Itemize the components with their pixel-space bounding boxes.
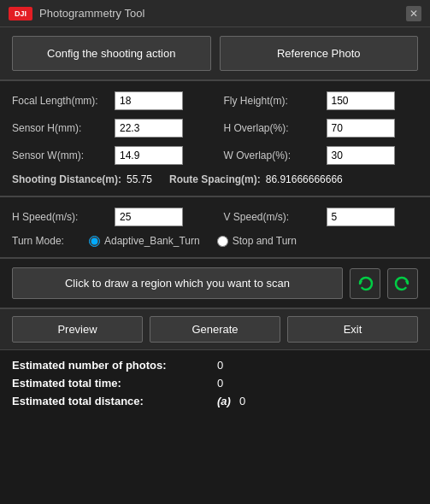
estimates-section: Estimated number of photos: 0 Estimated … xyxy=(0,350,430,416)
exit-button[interactable]: Exit xyxy=(287,316,418,343)
fly-height-group: Fly Height(m): xyxy=(224,91,419,110)
preview-button[interactable]: Preview xyxy=(12,316,143,343)
scan-region-section: Click to draw a region which you want to… xyxy=(0,259,430,309)
radio-group: Adaptive_Bank_Turn Stop and Turn xyxy=(89,235,297,247)
sensor-w-group: Sensor W(mm): xyxy=(12,146,207,165)
config-shooting-button[interactable]: Config the shooting action xyxy=(12,36,211,71)
v-speed-label: V Speed(m/s): xyxy=(224,211,327,223)
w-overlap-group: W Overlap(%): xyxy=(224,146,419,165)
estimated-time-row: Estimated total time: 0 xyxy=(12,377,418,390)
route-spacing-label: Route Spacing(m): xyxy=(169,173,261,185)
stop-and-turn-radio-label: Stop and Turn xyxy=(233,235,297,247)
redo-icon xyxy=(393,274,412,293)
shooting-distance-value: 55.75 xyxy=(127,173,152,185)
focal-fly-row: Focal Length(mm): Fly Height(m): xyxy=(12,91,418,110)
shooting-distance-label: Shooting Distance(m): xyxy=(12,173,121,185)
sensor-w-row: Sensor W(mm): W Overlap(%): xyxy=(12,146,418,165)
route-spacing-item: Route Spacing(m): 86.91666666666 xyxy=(169,173,343,185)
w-overlap-input[interactable] xyxy=(327,146,395,165)
undo-button[interactable] xyxy=(350,268,380,299)
h-speed-label: H Speed(m/s): xyxy=(12,211,115,223)
window-title: Photogrammetry Tool xyxy=(39,7,144,20)
v-speed-group: V Speed(m/s): xyxy=(224,208,419,226)
undo-icon xyxy=(356,274,374,293)
sensor-w-input[interactable] xyxy=(115,146,183,165)
fly-height-input[interactable] xyxy=(327,91,395,110)
route-spacing-value: 86.91666666666 xyxy=(266,173,343,185)
estimated-photos-value: 0 xyxy=(217,359,223,372)
action-buttons-section: Preview Generate Exit xyxy=(0,309,430,350)
title-bar-left: DJI Photogrammetry Tool xyxy=(9,7,144,21)
italic-a-label: (a) xyxy=(217,395,231,407)
generate-button[interactable]: Generate xyxy=(150,316,280,343)
estimated-time-value: 0 xyxy=(217,377,223,390)
turn-mode-row: Turn Mode: Adaptive_Bank_Turn Stop and T… xyxy=(12,235,418,247)
adaptive-bank-turn-radio-label: Adaptive_Bank_Turn xyxy=(104,235,200,247)
stats-row: Shooting Distance(m): 55.75 Route Spacin… xyxy=(12,173,418,185)
sensor-w-label: Sensor W(mm): xyxy=(12,149,115,161)
reference-photo-button[interactable]: Reference Photo xyxy=(220,36,419,71)
stop-and-turn-option[interactable]: Stop and Turn xyxy=(217,235,297,247)
h-overlap-group: H Overlap(%): xyxy=(224,119,419,138)
sensor-h-group: Sensor H(mm): xyxy=(12,119,207,138)
estimated-distance-label: Estimated total distance: xyxy=(12,395,217,407)
sensor-h-label: Sensor H(mm): xyxy=(12,122,115,134)
title-bar: DJI Photogrammetry Tool ✕ xyxy=(0,0,430,27)
adaptive-bank-turn-radio[interactable] xyxy=(89,236,100,247)
v-speed-input[interactable] xyxy=(327,208,395,226)
turn-mode-label: Turn Mode: xyxy=(12,235,89,247)
estimated-photos-row: Estimated number of photos: 0 xyxy=(12,359,418,372)
redo-button[interactable] xyxy=(387,268,418,299)
h-overlap-input[interactable] xyxy=(327,119,395,138)
speed-row: H Speed(m/s): V Speed(m/s): xyxy=(12,208,418,226)
estimated-distance-value: 0 xyxy=(239,395,245,407)
focal-length-input[interactable] xyxy=(115,91,183,110)
estimated-photos-label: Estimated number of photos: xyxy=(12,359,217,372)
top-buttons-section: Config the shooting action Reference Pho… xyxy=(0,27,430,81)
w-overlap-label: W Overlap(%): xyxy=(224,149,327,161)
shooting-distance-item: Shooting Distance(m): 55.75 xyxy=(12,173,152,185)
estimated-distance-row: Estimated total distance: (a) 0 xyxy=(12,395,418,407)
estimated-time-label: Estimated total time: xyxy=(12,377,217,390)
dji-logo-icon: DJI xyxy=(9,7,32,21)
h-speed-input[interactable] xyxy=(115,208,183,226)
h-speed-group: H Speed(m/s): xyxy=(12,208,207,226)
focal-length-group: Focal Length(mm): xyxy=(12,91,207,110)
scan-region-button[interactable]: Click to draw a region which you want to… xyxy=(12,267,343,299)
fields-section: Focal Length(mm): Fly Height(m): Sensor … xyxy=(0,81,430,197)
focal-length-label: Focal Length(mm): xyxy=(12,95,115,107)
stop-and-turn-radio[interactable] xyxy=(217,236,228,247)
sensor-h-row: Sensor H(mm): H Overlap(%): xyxy=(12,119,418,138)
fly-height-label: Fly Height(m): xyxy=(224,95,327,107)
speed-turn-section: H Speed(m/s): V Speed(m/s): Turn Mode: A… xyxy=(0,197,430,259)
sensor-h-input[interactable] xyxy=(115,119,183,138)
h-overlap-label: H Overlap(%): xyxy=(224,122,327,134)
close-button[interactable]: ✕ xyxy=(406,6,421,21)
adaptive-bank-turn-option[interactable]: Adaptive_Bank_Turn xyxy=(89,235,200,247)
